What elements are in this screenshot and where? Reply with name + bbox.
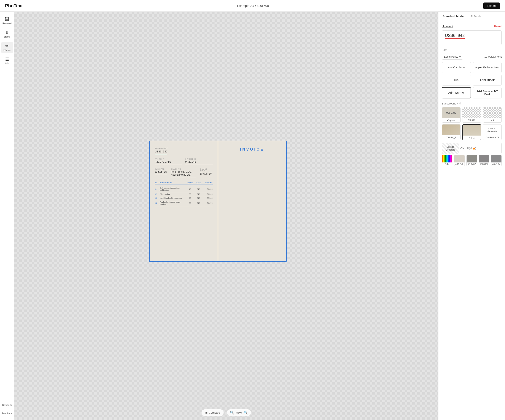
local-fonts-label: Local Fonts [444,55,458,58]
table-row: 01 Defining the information architecture… [155,186,213,192]
upload-font-button[interactable]: ☁ Upload Font [484,55,502,58]
font-card-arial-rounded[interactable]: Arial Rounded MT Bold [473,87,502,99]
bg-cloud-grid: Click toGenerate Cloud AI(-0 🔥) [442,143,502,154]
color-swatch-8b8b8c [491,155,502,162]
font-card-andale[interactable]: Andale Mono [442,62,471,73]
bg-label-cloud: Cloud AI(-0 🔥) [459,145,478,151]
font-card-apple-sd[interactable]: Apple SD Gothic Neo [473,62,502,73]
bg-ns2-preview [463,125,480,136]
color-card-8b8b8c[interactable]: #8b8b8c [491,155,502,166]
tab-standard-mode[interactable]: Standard Mode [442,12,465,21]
sidebar-item-stamp[interactable]: ⬇ Stamp [1,28,13,40]
canvas-bottom-bar: ⊞ Compare 🔍 87% 🔍 [202,409,251,416]
sidebar-label-info: Info [5,62,9,65]
sidebar-item-feedback[interactable]: Feedback [1,410,13,417]
due-date-value: 21 Sep, 15 [155,170,167,174]
table-row: 03 Low+high fidelity mockups 70 $42 $2,9… [155,196,213,200]
billed-to-col: BILLED TO Ford Prefect, CEO, Not Panicki… [171,168,196,179]
tab-ai-mode[interactable]: AI Mode [469,12,482,21]
col-header-rate: RATE [195,182,202,184]
chevron-down-icon: ▾ [459,55,461,58]
bg-card-telea[interactable]: TELEA [462,107,481,123]
sidebar-label-stamp: Stamp [4,36,10,38]
zoom-in-button[interactable]: 🔍 [244,411,248,414]
info-icon: ☰ [5,57,9,61]
invoice-table-header: NO. DESCRIPTION HOURS RATE AMOUNT [155,182,213,185]
billed-to-label: BILLED TO [171,168,196,170]
color-swatch-d7d0c6 [454,155,465,162]
zoom-out-button[interactable]: 🔍 [230,411,234,414]
stamp-icon: ⬇ [5,31,9,35]
zoom-bar: 🔍 87% 🔍 [227,409,251,416]
bg-label-original: Original [442,118,460,122]
reset-button[interactable]: Reset [494,25,502,28]
color-card-8d8c87[interactable]: #8d8c87 [466,155,477,166]
font-card-arial-narrow[interactable]: Arial Narrow [442,87,471,99]
color-card-gradient[interactable]: Color [442,155,452,166]
invoice-book: DUE AMOUNT US$6, 942 PROJECT H2G2 iOS Ap… [149,141,287,262]
invoice-title: INVOICE [223,147,281,152]
table-row: 04 Final polishing and asset creation 35… [155,200,213,206]
sidebar-item-shortcuts[interactable]: Shortcuts [1,402,13,408]
shortcuts-label: Shortcuts [2,404,12,406]
bg-card-original[interactable]: US$ 6,942 Original [442,107,461,123]
export-button[interactable]: Export [483,2,500,9]
color-swatch-8d8c87 [466,155,477,162]
font-dropdown-row: Local Fonts ▾ ☁ Upload Font [442,54,502,60]
right-panel: Standard Mode AI Mode Unselect Reset US$… [438,12,505,420]
invoice-row-dates: DUE DATE 21 Sep, 15 BILLED TO Ford Prefe… [155,168,213,179]
bg-label-ondevice: On-device AI [483,135,501,140]
bg-card-cloud[interactable]: Click toGenerate Cloud AI(-0 🔥) [442,143,502,154]
color-card-d7d0c6[interactable]: #d7d0c6 [454,155,465,166]
bg-card-ondevice[interactable]: Click toGenerate On-device AI [483,124,502,140]
panel-body: Unselect Reset US$6, 942 Font Local Font… [438,21,505,420]
sidebar-item-effects[interactable]: ✏ Effects [1,42,13,53]
invoice-right-page: INVOICE [218,141,286,261]
color-card-888687[interactable]: #888687 [479,155,489,166]
canvas-area[interactable]: DUE AMOUNT US$6, 942 PROJECT H2G2 iOS Ap… [14,12,438,420]
color-swatch-888687 [479,155,489,162]
font-card-arial-black[interactable]: Arial Black [473,75,502,86]
bg-card-ns[interactable]: NS [483,107,502,123]
bg-card-telea2[interactable]: TELEA_2 [442,124,461,140]
color-label-888687: #888687 [480,162,488,166]
table-row: 02 Wireframing 30 $42 $1,260 [155,192,213,196]
font-card-arial[interactable]: Arial [442,75,471,86]
project-dimensions: 800x600 [257,4,269,7]
bg-ondevice-preview: Click toGenerate [483,124,501,135]
project-name: Example-A4 [237,4,254,7]
project-label: PROJECT [155,158,182,160]
sidebar-item-info[interactable]: ☰ Info [1,55,13,67]
compare-label: Compare [209,411,220,414]
project-value: H2G2 iOS App [155,160,182,164]
compare-button[interactable]: ⊞ Compare [202,409,224,416]
sidebar-label-effects: Effects [4,49,10,51]
bg-label-ns: NS [483,118,501,122]
col-header-amount: AMOUNT [202,182,213,184]
main-layout: 🖼 Removal ⬇ Stamp ✏ Effects ☰ Info Short… [0,12,505,420]
bg-grid: US$ 6,942 Original TELEA NS TELEA_2 [442,107,502,140]
feedback-label: Feedback [2,412,12,414]
sidebar-label-removal: Removal [2,22,12,25]
compare-icon: ⊞ [205,411,208,414]
background-section-label: Background ? [442,102,502,105]
upload-font-label: Upload Font [488,55,502,58]
due-date-label: DUE DATE [155,168,167,170]
invoice-left-page: DUE AMOUNT US$6, 942 PROJECT H2G2 iOS Ap… [150,141,218,261]
color-gradient-swatch [442,155,452,162]
removal-icon: 🖼 [5,17,9,21]
zoom-value: 87% [236,411,242,414]
color-strip-row: Color #d7d0c6 #8d8c87 #888687 #8b8b8c [442,155,502,166]
upload-icon: ☁ [484,55,487,58]
color-label-8d8c87: #8d8c87 [467,162,476,166]
local-fonts-dropdown[interactable]: Local Fonts ▾ [442,54,463,60]
billed-to-value: Ford Prefect, CEO, Not Panicking Ltd. [171,170,196,177]
sidebar-item-removal[interactable]: 🖼 Removal [1,15,13,27]
color-gradient-label: Color [444,162,450,166]
bg-label-telea2: TELEA_2 [442,135,460,140]
text-input-box[interactable]: US$6, 942 [442,31,502,45]
bg-card-ns2[interactable]: NS_2 [462,124,481,140]
color-label-d7d0c6: #d7d0c6 [455,162,464,166]
font-section-label: Font [442,48,502,51]
unselect-button[interactable]: Unselect [442,25,453,28]
